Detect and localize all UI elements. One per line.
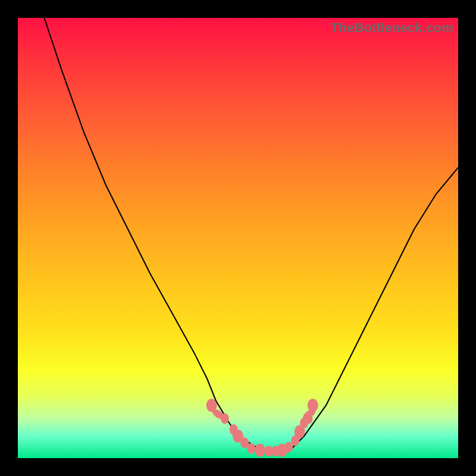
bottleneck-curve-path (44, 18, 458, 452)
marker-group (206, 399, 318, 457)
highlight-dot (255, 444, 265, 457)
highlight-dot (247, 443, 255, 454)
highlight-dot (284, 442, 293, 453)
chart-plot-area: TheBottleneck.com (18, 18, 458, 458)
bottleneck-curve-svg (18, 18, 458, 458)
